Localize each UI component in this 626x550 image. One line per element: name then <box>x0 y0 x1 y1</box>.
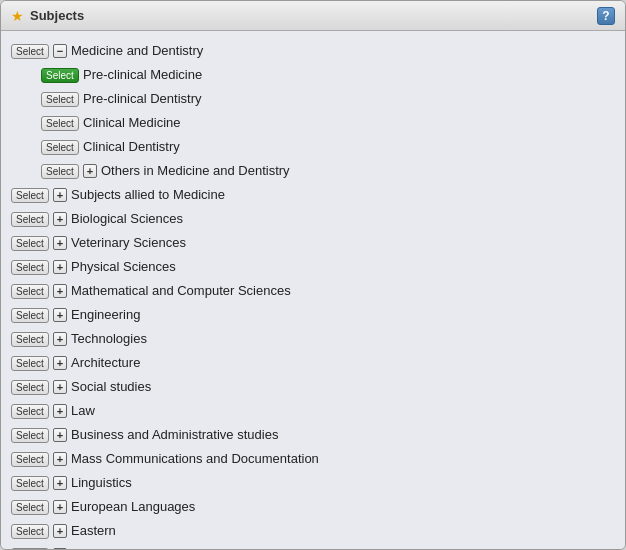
select-button-clinical-medicine[interactable]: Select <box>41 116 79 131</box>
label-item-7: Architecture <box>71 353 140 373</box>
subjects-content: Select − Medicine and Dentistry Select P… <box>1 31 625 549</box>
collapse-icon-medicine-dentistry[interactable]: − <box>53 44 67 58</box>
label-item-14: Eastern <box>71 521 116 541</box>
label-medicine-dentistry: Medicine and Dentistry <box>71 41 203 61</box>
label-clinical-medicine: Clinical Medicine <box>83 113 181 133</box>
select-button-others-medicine[interactable]: Select <box>41 164 79 179</box>
tree-items-container: Select+Subjects allied to MedicineSelect… <box>11 183 615 549</box>
select-button-item-12[interactable]: Select <box>11 476 49 491</box>
expand-icon-item-9[interactable]: + <box>53 404 67 418</box>
expand-icon-item-6[interactable]: + <box>53 332 67 346</box>
label-preclinical-dentistry: Pre-clinical Dentistry <box>83 89 201 109</box>
tree-item-9: Select+Law <box>11 399 615 423</box>
tree-root-item: Select − Medicine and Dentistry <box>11 39 615 63</box>
label-item-9: Law <box>71 401 95 421</box>
tree-item-4: Select+Mathematical and Computer Science… <box>11 279 615 303</box>
expand-icon-item-2[interactable]: + <box>53 236 67 250</box>
select-button-preclinical-dentistry[interactable]: Select <box>41 92 79 107</box>
tree-item-2: Select+Veterinary Sciences <box>11 231 615 255</box>
select-button-item-13[interactable]: Select <box>11 500 49 515</box>
tree-item-3: Select+Physical Sciences <box>11 255 615 279</box>
label-others-medicine: Others in Medicine and Dentistry <box>101 161 290 181</box>
select-button-item-7[interactable]: Select <box>11 356 49 371</box>
expand-icon-item-5[interactable]: + <box>53 308 67 322</box>
select-button-item-0[interactable]: Select <box>11 188 49 203</box>
tree-child-item-2: Select Clinical Medicine <box>11 111 615 135</box>
label-item-6: Technologies <box>71 329 147 349</box>
expand-icon-item-11[interactable]: + <box>53 452 67 466</box>
label-item-1: Biological Sciences <box>71 209 183 229</box>
help-button[interactable]: ? <box>597 7 615 25</box>
tree-item-1: Select+Biological Sciences <box>11 207 615 231</box>
tree-item-12: Select+Linguistics <box>11 471 615 495</box>
label-item-11: Mass Communications and Documentation <box>71 449 319 469</box>
label-item-15: Historical and Philosophical studies <box>71 545 275 549</box>
label-item-2: Veterinary Sciences <box>71 233 186 253</box>
tree-item-11: Select+Mass Communications and Documenta… <box>11 447 615 471</box>
label-clinical-dentistry: Clinical Dentistry <box>83 137 180 157</box>
tree-child-item-3: Select Clinical Dentistry <box>11 135 615 159</box>
tree-child-item-4: Select + Others in Medicine and Dentistr… <box>11 159 615 183</box>
expand-icon-item-1[interactable]: + <box>53 212 67 226</box>
label-item-5: Engineering <box>71 305 140 325</box>
label-item-12: Linguistics <box>71 473 132 493</box>
label-preclinical-medicine: Pre-clinical Medicine <box>83 65 202 85</box>
tree-child-item-0: Select Pre-clinical Medicine <box>11 63 615 87</box>
expand-icon-item-14[interactable]: + <box>53 524 67 538</box>
tree-item-0: Select+Subjects allied to Medicine <box>11 183 615 207</box>
expand-icon-others-medicine[interactable]: + <box>83 164 97 178</box>
tree-item-15: Select+Historical and Philosophical stud… <box>11 543 615 549</box>
tree-item-6: Select+Technologies <box>11 327 615 351</box>
label-item-10: Business and Administrative studies <box>71 425 278 445</box>
expand-icon-item-4[interactable]: + <box>53 284 67 298</box>
select-button-item-11[interactable]: Select <box>11 452 49 467</box>
titlebar: ★ Subjects ? <box>1 1 625 31</box>
select-button-item-5[interactable]: Select <box>11 308 49 323</box>
expand-icon-item-13[interactable]: + <box>53 500 67 514</box>
select-button-medicine-dentistry[interactable]: Select <box>11 44 49 59</box>
label-item-8: Social studies <box>71 377 151 397</box>
select-button-item-8[interactable]: Select <box>11 380 49 395</box>
label-item-3: Physical Sciences <box>71 257 176 277</box>
select-button-item-6[interactable]: Select <box>11 332 49 347</box>
label-item-0: Subjects allied to Medicine <box>71 185 225 205</box>
expand-icon-item-10[interactable]: + <box>53 428 67 442</box>
select-button-item-15[interactable]: Select <box>11 548 49 550</box>
label-item-13: European Languages <box>71 497 195 517</box>
tree-item-5: Select+Engineering <box>11 303 615 327</box>
tree-child-item-1: Select Pre-clinical Dentistry <box>11 87 615 111</box>
select-button-clinical-dentistry[interactable]: Select <box>41 140 79 155</box>
tree-item-14: Select+Eastern <box>11 519 615 543</box>
tree-item-7: Select+Architecture <box>11 351 615 375</box>
select-button-item-9[interactable]: Select <box>11 404 49 419</box>
select-button-item-14[interactable]: Select <box>11 524 49 539</box>
select-button-item-10[interactable]: Select <box>11 428 49 443</box>
tree-item-8: Select+Social studies <box>11 375 615 399</box>
star-icon: ★ <box>11 8 24 24</box>
expand-icon-item-0[interactable]: + <box>53 188 67 202</box>
tree-item-10: Select+Business and Administrative studi… <box>11 423 615 447</box>
expand-icon-item-3[interactable]: + <box>53 260 67 274</box>
subjects-window: ★ Subjects ? Select − Medicine and Denti… <box>0 0 626 550</box>
expand-icon-item-12[interactable]: + <box>53 476 67 490</box>
label-item-4: Mathematical and Computer Sciences <box>71 281 291 301</box>
window-title: Subjects <box>30 8 84 23</box>
tree-item-13: Select+European Languages <box>11 495 615 519</box>
select-button-item-2[interactable]: Select <box>11 236 49 251</box>
select-button-item-1[interactable]: Select <box>11 212 49 227</box>
select-button-item-3[interactable]: Select <box>11 260 49 275</box>
select-button-preclinical-medicine[interactable]: Select <box>41 68 79 83</box>
titlebar-left: ★ Subjects <box>11 8 84 24</box>
expand-icon-item-8[interactable]: + <box>53 380 67 394</box>
expand-icon-item-7[interactable]: + <box>53 356 67 370</box>
select-button-item-4[interactable]: Select <box>11 284 49 299</box>
expand-icon-item-15[interactable]: + <box>53 548 67 549</box>
